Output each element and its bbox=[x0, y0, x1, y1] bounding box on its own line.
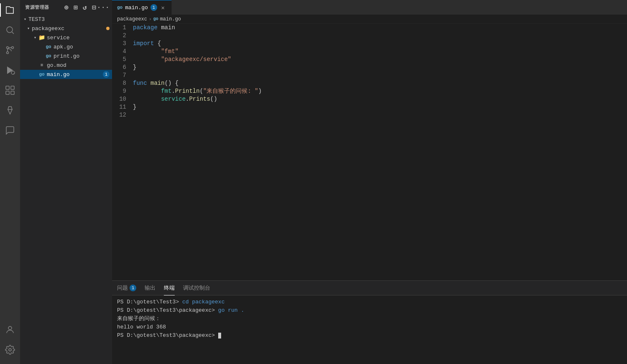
refresh-icon[interactable]: ↺ bbox=[81, 4, 89, 11]
main-area: go main.go 1 ✕ packageexc › go main.go 1… bbox=[112, 0, 627, 364]
line-number-7: 7 bbox=[112, 71, 133, 79]
go-file-icon-maingo: go bbox=[38, 72, 45, 77]
tab-main-go[interactable]: go main.go 1 ✕ bbox=[112, 0, 172, 15]
panel-tab-problems-label: 问题 bbox=[117, 284, 128, 292]
tree-item-service[interactable]: ▾ 📁 service bbox=[20, 33, 112, 42]
line-number-6: 6 bbox=[112, 64, 133, 71]
settings-icon[interactable] bbox=[0, 340, 20, 360]
line-number-10: 10 bbox=[112, 95, 133, 103]
tree-item-print-go[interactable]: ▸ go print.go bbox=[20, 51, 112, 61]
sidebar-content: ▾ TEST3 ▾ packageexc ▾ 📁 service ▸ go ap… bbox=[20, 15, 112, 364]
terminal[interactable]: PS D:\gotest\Test3> cd packageexc PS D:\… bbox=[112, 295, 627, 364]
sidebar-header-icons: ⊕ ⊞ ↺ ⊟ ··· bbox=[63, 4, 107, 11]
svg-point-4 bbox=[7, 52, 9, 54]
run-debug-icon[interactable] bbox=[0, 60, 20, 80]
line-number-5: 5 bbox=[112, 56, 133, 64]
main-go-badge: 1 bbox=[103, 71, 110, 78]
file-name-maingo: main.go bbox=[47, 71, 103, 78]
svg-rect-9 bbox=[11, 86, 14, 89]
code-line-8: 8func main() { bbox=[112, 79, 627, 87]
tree-item-main-go[interactable]: ▸ go main.go 1 bbox=[20, 70, 112, 79]
line-content-9: fmt.Println("来自猴子的问候: ") bbox=[133, 87, 627, 95]
tab-badge-indicator: 1 bbox=[150, 4, 157, 11]
arrow-packageexc: ▾ bbox=[25, 26, 32, 31]
svg-rect-8 bbox=[6, 86, 9, 89]
new-file-icon[interactable]: ⊕ bbox=[63, 4, 70, 11]
source-control-icon[interactable] bbox=[0, 40, 20, 60]
code-line-11: 11} bbox=[112, 103, 627, 111]
line-number-11: 11 bbox=[112, 103, 133, 111]
code-line-9: 9 fmt.Println("来自猴子的问候: ") bbox=[112, 87, 627, 95]
svg-line-1 bbox=[12, 32, 14, 34]
file-name-printgo: print.go bbox=[54, 53, 112, 59]
tab-filename: main.go bbox=[125, 5, 148, 11]
terminal-line-3: 来自猴子的问候： bbox=[117, 315, 622, 323]
breadcrumb-file-name: main.go bbox=[160, 16, 181, 22]
line-content-1: package main bbox=[133, 24, 627, 32]
terminal-line-1: PS D:\gotest\Test3> cd packageexc bbox=[117, 298, 622, 306]
line-content-3: import { bbox=[133, 40, 627, 48]
panel-tab-terminal-label: 终端 bbox=[164, 284, 175, 292]
test-icon[interactable] bbox=[0, 100, 20, 120]
accounts-icon[interactable] bbox=[0, 320, 20, 340]
code-editor[interactable]: 1package main23import {4 "fmt"5 "package… bbox=[112, 24, 627, 280]
problems-badge: 1 bbox=[130, 285, 136, 291]
tab-bar: go main.go 1 ✕ bbox=[112, 0, 627, 15]
panel-tab-debug[interactable]: 调试控制台 bbox=[183, 281, 210, 295]
panel-tab-debug-label: 调试控制台 bbox=[183, 284, 210, 292]
search-icon[interactable] bbox=[0, 20, 20, 40]
sidebar-header: 资源管理器 ⊕ ⊞ ↺ ⊟ ··· bbox=[20, 0, 112, 15]
breadcrumb-folder[interactable]: packageexc bbox=[117, 16, 147, 22]
svg-point-0 bbox=[7, 27, 13, 33]
panel-tab-output[interactable]: 输出 bbox=[145, 281, 155, 295]
explorer-icon[interactable] bbox=[0, 0, 20, 20]
folder-name-test3: TEST3 bbox=[28, 16, 112, 23]
file-name-gomod: go.mod bbox=[47, 62, 112, 69]
sidebar-title: 资源管理器 bbox=[25, 4, 49, 10]
breadcrumb: packageexc › go main.go bbox=[112, 15, 627, 24]
extensions-icon[interactable] bbox=[0, 80, 20, 100]
breadcrumb-folder-name: packageexc bbox=[117, 16, 147, 22]
tree-item-packageexc[interactable]: ▾ packageexc bbox=[20, 24, 112, 33]
code-line-5: 5 "packageexc/service" bbox=[112, 56, 627, 64]
tree-item-go-mod[interactable]: ▸ ≡ go.mod bbox=[20, 61, 112, 70]
line-content-4: "fmt" bbox=[133, 48, 627, 56]
activity-bar bbox=[0, 0, 20, 364]
panel-tab-problems[interactable]: 问题 1 bbox=[117, 281, 136, 295]
code-line-12: 12 bbox=[112, 111, 627, 119]
line-number-9: 9 bbox=[112, 87, 133, 95]
breadcrumb-file-icon: go bbox=[153, 17, 158, 21]
go-file-icon-printgo: go bbox=[45, 53, 52, 59]
line-content-8: func main() { bbox=[133, 79, 627, 87]
svg-line-7 bbox=[14, 74, 15, 74]
svg-rect-10 bbox=[6, 91, 9, 94]
line-number-8: 8 bbox=[112, 79, 133, 87]
panel-tab-terminal[interactable]: 终端 bbox=[164, 281, 175, 295]
new-folder-icon[interactable]: ⊞ bbox=[72, 4, 79, 11]
file-name-apkgo: apk.go bbox=[54, 44, 112, 50]
line-number-3: 3 bbox=[112, 40, 133, 48]
breadcrumb-file[interactable]: go main.go bbox=[153, 16, 181, 22]
panel: 问题 1 输出 终端 调试控制台 PS D:\gotest\Test3> cd … bbox=[112, 280, 627, 364]
terminal-line-5: PS D:\gotest\Test3\packageexc> bbox=[117, 331, 622, 340]
line-number-1: 1 bbox=[112, 24, 133, 32]
code-line-6: 6} bbox=[112, 64, 627, 71]
tree-item-apk-go[interactable]: ▸ go apk.go bbox=[20, 42, 112, 51]
terminal-line-2: PS D:\gotest\Test3\packageexc> go run . bbox=[117, 306, 622, 315]
code-line-1: 1package main bbox=[112, 24, 627, 32]
svg-rect-11 bbox=[11, 91, 14, 94]
folder-name-packageexc: packageexc bbox=[32, 25, 106, 32]
folder-name-service: service bbox=[47, 35, 112, 41]
code-line-3: 3import { bbox=[112, 40, 627, 48]
tab-close-button[interactable]: ✕ bbox=[160, 4, 166, 11]
terminal-line-4: hello world 368 bbox=[117, 323, 622, 331]
activity-bar-top bbox=[0, 0, 20, 140]
tree-item-test3[interactable]: ▾ TEST3 bbox=[20, 15, 112, 24]
svg-marker-5 bbox=[7, 66, 13, 74]
more-icon[interactable]: ··· bbox=[99, 4, 107, 11]
breadcrumb-separator: › bbox=[149, 17, 152, 22]
line-content-6: } bbox=[133, 64, 627, 71]
svg-point-3 bbox=[12, 47, 14, 49]
chat-icon[interactable] bbox=[0, 120, 20, 140]
svg-point-14 bbox=[9, 349, 11, 351]
